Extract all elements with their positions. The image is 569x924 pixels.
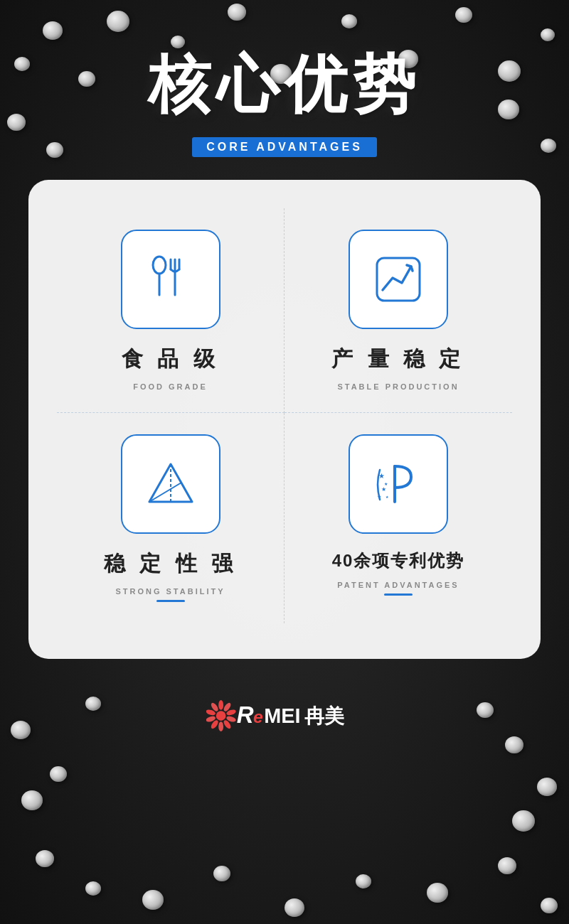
advantage-strong-stability: 稳 定 性 强 STRONG STABILITY — [57, 413, 284, 623]
stable-production-title-en: STABLE PRODUCTION — [337, 382, 459, 391]
food-grade-title-en: FOOD GRADE — [133, 382, 208, 391]
patent-title-zh: 40余项专利优势 — [332, 549, 465, 572]
advantage-food-grade: 食 品 级 FOOD GRADE — [57, 208, 284, 413]
svg-text:e: e — [253, 707, 263, 726]
svg-rect-6 — [377, 258, 420, 301]
patent-icon-box: ★ ★ ★ ★ ★ — [349, 434, 448, 534]
svg-text:★: ★ — [385, 495, 389, 499]
svg-point-27 — [216, 711, 226, 721]
svg-point-22 — [218, 721, 223, 731]
main-title: 核心优势 — [148, 43, 421, 127]
patent-title-en: PATENT ADVANTAGES — [337, 581, 459, 589]
advantage-patent: ★ ★ ★ ★ ★ 40余项专利优势 PATENT ADVANTAGES — [284, 413, 512, 623]
strong-stability-icon-box — [121, 434, 220, 534]
advantages-card: 食 品 级 FOOD GRADE 产 量 稳 定 STABLE PRODUCTI… — [28, 180, 541, 659]
svg-point-0 — [153, 257, 166, 274]
advantage-stable-production: 产 量 稳 定 STABLE PRODUCTION — [284, 208, 512, 413]
food-grade-icon-box — [121, 230, 220, 329]
svg-text:★: ★ — [384, 482, 388, 486]
svg-text:MEI: MEI — [264, 704, 300, 727]
utensils-icon — [142, 251, 199, 308]
strong-stability-underline — [156, 600, 185, 602]
title-section: 核心优势 CORE ADVANTAGES — [148, 43, 421, 157]
svg-text:★: ★ — [381, 486, 386, 493]
pyramid-icon — [142, 456, 199, 512]
strong-stability-title-en: STRONG STABILITY — [115, 587, 225, 596]
svg-line-10 — [181, 483, 192, 502]
subtitle-badge: CORE ADVANTAGES — [192, 137, 377, 157]
patent-underline — [384, 593, 413, 596]
svg-text:R: R — [237, 702, 254, 728]
stable-production-icon-box — [349, 230, 448, 329]
patent-icon: ★ ★ ★ ★ ★ — [370, 456, 427, 512]
brand-logo: R e MEI 冉美 — [206, 687, 363, 744]
chart-icon — [370, 251, 427, 308]
strong-stability-title-zh: 稳 定 性 强 — [104, 549, 237, 579]
food-grade-title-zh: 食 品 级 — [122, 345, 219, 374]
main-content: 核心优势 CORE ADVANTAGES 食 品 级 FOOD — [0, 0, 569, 924]
svg-text:冉美: 冉美 — [304, 704, 345, 727]
logo-section: R e MEI 冉美 — [206, 687, 363, 744]
stable-production-title-zh: 产 量 稳 定 — [331, 345, 464, 374]
svg-point-17 — [218, 700, 223, 710]
